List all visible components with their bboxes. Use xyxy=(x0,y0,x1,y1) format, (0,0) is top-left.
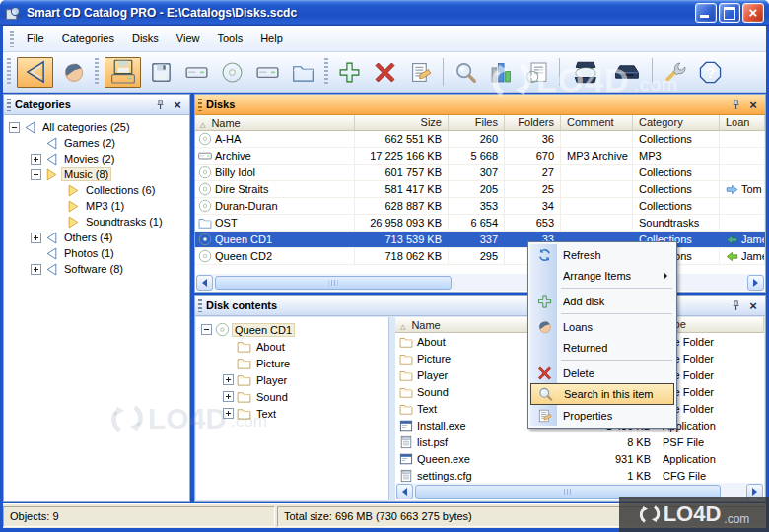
scrollbar-thumb[interactable] xyxy=(415,485,721,499)
table-row[interactable]: Archive 17 225 166 KB 5 668 670 MP3 Arch… xyxy=(195,148,765,165)
toolbar-grip[interactable] xyxy=(7,58,11,86)
tree-item-music[interactable]: Music (8) xyxy=(4,166,189,182)
help-button[interactable] xyxy=(695,57,726,88)
close-panel-icon[interactable] xyxy=(171,98,184,111)
scroll-right-button[interactable] xyxy=(747,275,764,291)
tree-item-games[interactable]: Games (2) xyxy=(4,135,189,151)
expander-plus-icon[interactable] xyxy=(31,264,41,275)
user-button[interactable] xyxy=(58,57,89,88)
scrollbar-thumb[interactable] xyxy=(215,276,452,290)
column-size[interactable]: Size xyxy=(355,115,449,130)
search-button[interactable] xyxy=(451,57,481,88)
scroll-left-button[interactable] xyxy=(196,275,213,291)
open-folder-button[interactable] xyxy=(288,57,318,88)
column-files[interactable]: Files xyxy=(449,115,505,130)
expander-minus-icon[interactable] xyxy=(201,324,212,335)
panel-grip[interactable] xyxy=(198,299,202,312)
table-row[interactable]: Dire Straits 581 417 KB 205 25 Collectio… xyxy=(195,181,765,198)
menu-tools[interactable]: Tools xyxy=(208,29,251,48)
menu-item-returned[interactable]: Returned xyxy=(530,337,674,358)
file-row[interactable]: list.psf 8 KB PSF File xyxy=(395,433,764,450)
table-row[interactable]: Billy Idol 601 757 KB 307 27 Collections xyxy=(195,165,765,181)
file-row[interactable]: settings.cfg 1 KB CFG File xyxy=(395,467,764,484)
column-comment[interactable]: Comment xyxy=(561,115,633,130)
menubar-grip[interactable] xyxy=(10,31,14,47)
pin-icon[interactable] xyxy=(154,99,167,111)
expander-plus-icon[interactable] xyxy=(31,154,41,165)
open-catalog-button[interactable] xyxy=(105,57,141,88)
column-loan[interactable]: Loan xyxy=(720,115,765,130)
add-disk-button[interactable] xyxy=(334,57,365,88)
menu-view[interactable]: View xyxy=(168,29,209,48)
column-category[interactable]: Category xyxy=(633,115,720,130)
tree-item-picture[interactable]: Picture xyxy=(196,355,388,371)
file-row[interactable]: Queen.exe 931 KB Application xyxy=(395,450,764,467)
tree-item-others[interactable]: Others (4) xyxy=(4,230,189,245)
tree-item-software[interactable]: Software (8) xyxy=(4,261,189,277)
expander-plus-icon[interactable] xyxy=(223,408,234,419)
menu-item-arrange-items[interactable]: Arrange Items xyxy=(530,265,674,286)
column-name[interactable]: Name xyxy=(195,115,355,130)
tree-item-mp3[interactable]: MP3 (1) xyxy=(4,198,189,214)
close-panel-icon[interactable] xyxy=(746,98,760,111)
tree-item-about[interactable]: About xyxy=(196,338,388,355)
close-panel-icon[interactable] xyxy=(746,299,760,312)
tree-item-photos[interactable]: Photos (1) xyxy=(4,245,189,261)
table-row[interactable]: Queen CD2 718 062 KB 295 29 Collections … xyxy=(195,248,765,265)
cd-button[interactable] xyxy=(217,57,247,88)
expander-plus-icon[interactable] xyxy=(223,391,234,402)
expander-minus-icon[interactable] xyxy=(31,169,41,180)
tree-item-text[interactable]: Text xyxy=(196,405,388,422)
table-row[interactable]: Duran-Duran 628 887 KB 353 34 Collection… xyxy=(195,198,765,215)
delete-button[interactable] xyxy=(370,57,400,88)
close-button[interactable] xyxy=(742,3,764,23)
panel-grip[interactable] xyxy=(198,99,202,111)
menu-categories[interactable]: Categories xyxy=(53,29,123,48)
table-row-selected[interactable]: Queen CD1 713 539 KB 337 33 Collections … xyxy=(195,232,765,248)
properties-button[interactable] xyxy=(405,57,436,88)
insert-disk-button[interactable] xyxy=(567,57,603,88)
tree-item-queen-cd1[interactable]: Queen CD1 xyxy=(196,321,388,338)
tree-item-sound[interactable]: Sound xyxy=(196,388,388,405)
menu-item-delete[interactable]: Delete xyxy=(530,363,674,383)
toolbar-grip[interactable] xyxy=(324,58,328,86)
tree-item-collections[interactable]: Collections (6) xyxy=(4,182,189,198)
tree-item-all-categories[interactable]: All categories (25) xyxy=(4,119,189,135)
eject-disk-button[interactable] xyxy=(608,57,645,88)
files-horizontal-scrollbar[interactable] xyxy=(396,483,763,499)
menu-file[interactable]: File xyxy=(18,29,53,48)
menu-help[interactable]: Help xyxy=(251,29,292,48)
expander-plus-icon[interactable] xyxy=(223,374,234,385)
table-row[interactable]: A-HA 662 551 KB 260 36 Collections xyxy=(195,131,765,148)
menu-disks[interactable]: Disks xyxy=(123,29,168,48)
expander-plus-icon[interactable] xyxy=(31,233,41,243)
settings-button[interactable] xyxy=(660,57,690,88)
panel-grip[interactable] xyxy=(7,99,11,111)
statistics-button[interactable] xyxy=(486,57,517,88)
menu-item-add-disk[interactable]: Add disk xyxy=(530,291,674,311)
expander-minus-icon[interactable] xyxy=(9,122,20,133)
device-button[interactable] xyxy=(181,57,212,88)
menu-item-properties[interactable]: Properties xyxy=(530,405,674,426)
tree-item-movies[interactable]: Movies (2) xyxy=(4,151,189,166)
player-device-button[interactable] xyxy=(252,57,283,88)
menu-item-refresh[interactable]: Refresh xyxy=(530,244,674,265)
categories-tree: All categories (25) Games (2) Movies (2)… xyxy=(4,115,189,277)
save-button[interactable] xyxy=(146,57,176,88)
table-row[interactable]: OST 26 958 093 KB 6 654 653 Soundtrasks xyxy=(195,215,765,232)
menu-item-search-in-this-item[interactable]: Search in this item xyxy=(530,383,674,405)
tree-item-soundtrasks[interactable]: Soundtrasks (1) xyxy=(4,214,189,230)
pin-icon[interactable] xyxy=(730,99,742,111)
report-button[interactable] xyxy=(522,57,552,88)
minimize-button[interactable] xyxy=(695,3,717,23)
back-button[interactable] xyxy=(17,57,53,88)
scroll-right-button[interactable] xyxy=(746,484,763,499)
toolbar-grip[interactable] xyxy=(95,58,99,86)
disks-horizontal-scrollbar[interactable] xyxy=(196,274,764,291)
pin-icon[interactable] xyxy=(730,299,742,312)
scroll-left-button[interactable] xyxy=(396,484,413,499)
menu-item-loans[interactable]: Loans xyxy=(530,316,674,337)
maximize-button[interactable] xyxy=(719,3,740,23)
column-folders[interactable]: Folders xyxy=(505,115,561,130)
tree-item-player[interactable]: Player xyxy=(196,371,388,388)
